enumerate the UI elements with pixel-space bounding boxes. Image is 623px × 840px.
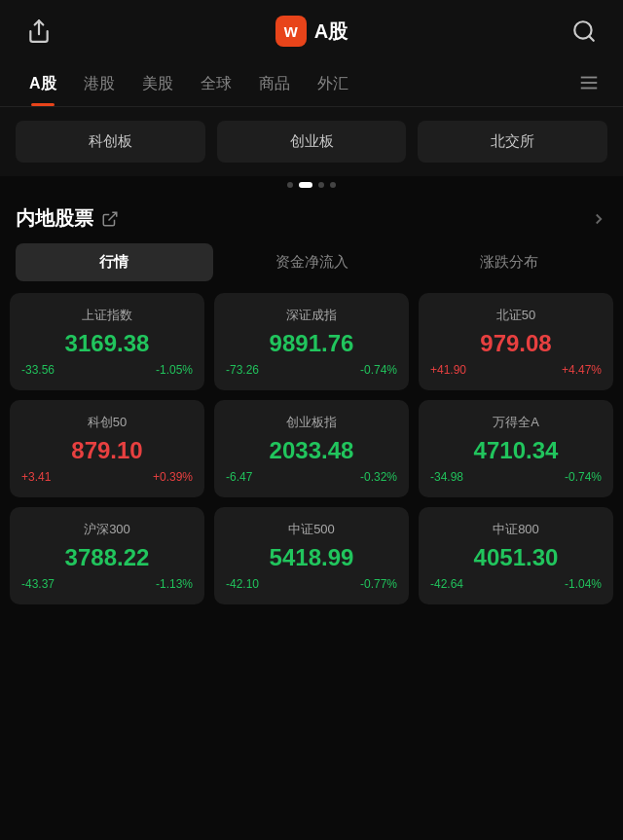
stock-changes: +41.90+4.47%: [430, 363, 602, 377]
change-absolute: -43.37: [21, 577, 55, 591]
dot-1: [287, 182, 293, 188]
svg-line-2: [589, 36, 594, 41]
filter-kechuang[interactable]: 科创板: [16, 121, 205, 163]
stock-price: 5418.99: [226, 544, 397, 571]
sub-filter-bar: 科创板 创业板 北交所: [0, 107, 623, 176]
change-percent: -1.05%: [156, 363, 193, 377]
tab-switcher: 行情 资金净流入 涨跌分布: [0, 243, 623, 293]
stock-changes: -33.56-1.05%: [21, 363, 193, 377]
change-absolute: -33.56: [21, 363, 55, 377]
stock-name: 沪深300: [21, 521, 193, 538]
section-title: 内地股票: [16, 205, 93, 232]
page-title: A股: [314, 18, 348, 45]
tab-a-shares[interactable]: A股: [16, 62, 70, 106]
tab-market[interactable]: 行情: [16, 243, 213, 281]
app-header: w A股: [0, 0, 623, 62]
stock-name: 万得全A: [430, 414, 602, 431]
dot-2-active: [299, 182, 312, 188]
stock-changes: -34.98-0.74%: [430, 470, 602, 484]
tab-rise-fall[interactable]: 涨跌分布: [410, 243, 607, 281]
stock-changes: -73.26-0.74%: [226, 363, 397, 377]
stock-price: 4710.34: [430, 437, 602, 464]
stock-price: 3788.22: [21, 544, 193, 571]
change-absolute: -42.64: [430, 577, 463, 591]
nav-tabs: A股 港股 美股 全球 商品 外汇: [0, 62, 623, 107]
change-percent: -0.74%: [565, 470, 602, 484]
chevron-right-icon[interactable]: [590, 210, 607, 228]
stock-name: 中证500: [226, 521, 397, 538]
change-percent: +4.47%: [562, 363, 602, 377]
stock-card[interactable]: 万得全A4710.34-34.98-0.74%: [419, 400, 613, 497]
stock-price: 9891.76: [226, 330, 397, 357]
change-percent: -0.74%: [360, 363, 397, 377]
stock-card[interactable]: 北证50979.08+41.90+4.47%: [419, 293, 613, 390]
change-percent: -1.13%: [156, 577, 193, 591]
stock-price: 4051.30: [430, 544, 602, 571]
stock-changes: -42.10-0.77%: [226, 577, 397, 591]
stock-name: 上证指数: [21, 307, 193, 324]
header-title-area: w A股: [275, 16, 348, 47]
page-indicator: [0, 176, 623, 198]
change-absolute: +3.41: [21, 470, 51, 484]
change-absolute: -42.10: [226, 577, 259, 591]
share-button[interactable]: [19, 18, 58, 44]
change-absolute: +41.90: [430, 363, 466, 377]
stock-name: 深证成指: [226, 307, 397, 324]
dot-4: [330, 182, 336, 188]
change-percent: -0.32%: [360, 470, 397, 484]
svg-line-6: [109, 212, 117, 220]
stock-changes: +3.41+0.39%: [21, 470, 193, 484]
stock-price: 979.08: [430, 330, 602, 357]
app-logo: w: [275, 16, 307, 47]
change-percent: -1.04%: [565, 577, 602, 591]
change-percent: -0.77%: [360, 577, 397, 591]
stock-changes: -43.37-1.13%: [21, 577, 193, 591]
stock-changes: -6.47-0.32%: [226, 470, 397, 484]
tab-forex[interactable]: 外汇: [304, 62, 362, 106]
stock-name: 创业板指: [226, 414, 397, 431]
stock-card[interactable]: 科创50879.10+3.41+0.39%: [10, 400, 204, 497]
stock-price: 879.10: [21, 437, 193, 464]
dot-3: [318, 182, 324, 188]
stock-name: 北证50: [430, 307, 602, 324]
stock-card[interactable]: 创业板指2033.48-6.47-0.32%: [214, 400, 409, 497]
stock-card[interactable]: 中证8004051.30-42.64-1.04%: [419, 507, 613, 604]
filter-chuangye[interactable]: 创业板: [217, 121, 407, 163]
search-button[interactable]: [565, 18, 604, 44]
tab-commodities[interactable]: 商品: [245, 62, 304, 106]
change-absolute: -34.98: [430, 470, 463, 484]
stock-card[interactable]: 上证指数3169.38-33.56-1.05%: [10, 293, 204, 390]
stock-name: 科创50: [21, 414, 193, 431]
stock-grid: 上证指数3169.38-33.56-1.05%深证成指9891.76-73.26…: [0, 293, 623, 604]
section-title-row: 内地股票: [16, 205, 119, 232]
stock-name: 中证800: [430, 521, 602, 538]
change-absolute: -6.47: [226, 470, 252, 484]
stock-card[interactable]: 中证5005418.99-42.10-0.77%: [214, 507, 409, 604]
stock-price: 3169.38: [21, 330, 193, 357]
stock-price: 2033.48: [226, 437, 397, 464]
tab-us-shares[interactable]: 美股: [128, 62, 187, 106]
tab-global[interactable]: 全球: [187, 62, 245, 106]
export-icon[interactable]: [101, 210, 119, 228]
section-header: 内地股票: [0, 198, 623, 243]
stock-card[interactable]: 沪深3003788.22-43.37-1.13%: [10, 507, 204, 604]
stock-changes: -42.64-1.04%: [430, 577, 602, 591]
tab-fund-flow[interactable]: 资金净流入: [213, 243, 411, 281]
filter-beijiao[interactable]: 北交所: [418, 121, 607, 163]
tab-hk-shares[interactable]: 港股: [70, 62, 128, 106]
nav-more-button[interactable]: [570, 64, 607, 105]
change-absolute: -73.26: [226, 363, 259, 377]
change-percent: +0.39%: [153, 470, 193, 484]
stock-card[interactable]: 深证成指9891.76-73.26-0.74%: [214, 293, 409, 390]
